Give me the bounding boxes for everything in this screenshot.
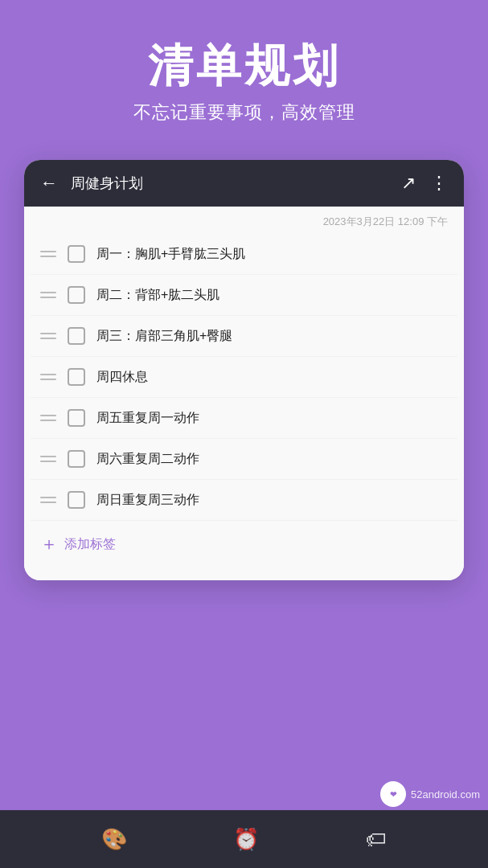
checkbox[interactable] <box>68 245 85 263</box>
item-text: 周五重复周一动作 <box>96 410 448 427</box>
topbar-left: ← 周健身计划 <box>40 173 143 194</box>
sub-title: 不忘记重要事项，高效管理 <box>19 100 469 125</box>
drag-handle[interactable] <box>40 497 56 503</box>
item-text: 周日重复周三动作 <box>96 492 448 509</box>
list-item: 周三：肩部三角肌+臀腿 <box>31 316 457 357</box>
clock-icon[interactable]: ⏰ <box>233 827 259 852</box>
checkbox[interactable] <box>68 286 85 304</box>
palette-icon[interactable]: 🎨 <box>101 827 127 852</box>
drag-handle[interactable] <box>40 374 56 380</box>
list-item: 周六重复周二动作 <box>31 439 457 480</box>
item-text: 周一：胸肌+手臂肱三头肌 <box>96 246 448 263</box>
drag-handle[interactable] <box>40 456 56 462</box>
item-text: 周六重复周二动作 <box>96 451 448 468</box>
item-text: 周三：肩部三角肌+臀腿 <box>96 328 448 345</box>
topbar-right: ↗ ⋮ <box>401 173 448 194</box>
drag-handle[interactable] <box>40 415 56 421</box>
add-tag-row[interactable]: ＋ 添加标签 <box>24 521 464 567</box>
list-item: 周二：背部+肱二头肌 <box>31 275 457 316</box>
list-item: 周四休息 <box>31 357 457 398</box>
watermark-site: 52android.com <box>411 788 480 800</box>
card-topbar: ← 周健身计划 ↗ ⋮ <box>24 160 464 207</box>
main-title: 清单规划 <box>19 39 469 92</box>
drag-handle[interactable] <box>40 251 56 257</box>
timestamp: 2023年3月22日 12:09 下午 <box>24 207 464 234</box>
card-body: 2023年3月22日 12:09 下午 周一：胸肌+手臂肱三头肌 周二：背部+肱… <box>24 207 464 580</box>
share-icon[interactable]: ↗ <box>401 173 416 194</box>
watermark-circle: ❤ <box>380 781 406 807</box>
card-title: 周健身计划 <box>71 174 143 193</box>
add-tag-label: 添加标签 <box>64 536 116 553</box>
bottom-nav: 🎨 ⏰ 🏷 <box>0 810 488 868</box>
drag-handle[interactable] <box>40 333 56 339</box>
checkbox[interactable] <box>68 409 85 427</box>
plus-icon: ＋ <box>40 532 58 556</box>
watermark-circle-text: ❤ <box>390 790 396 799</box>
checkbox[interactable] <box>68 491 85 509</box>
list-item: 周五重复周一动作 <box>31 398 457 439</box>
checkbox[interactable] <box>68 368 85 386</box>
item-text: 周二：背部+肱二头肌 <box>96 287 448 304</box>
list-item: 周日重复周三动作 <box>31 480 457 521</box>
checkbox[interactable] <box>68 450 85 468</box>
item-text: 周四休息 <box>96 369 448 386</box>
todo-list: 周一：胸肌+手臂肱三头肌 周二：背部+肱二头肌 周三：肩部三角肌+臀腿 周四休息 <box>24 234 464 521</box>
header-section: 清单规划 不忘记重要事项，高效管理 <box>0 0 488 144</box>
list-item: 周一：胸肌+手臂肱三头肌 <box>31 234 457 275</box>
more-icon[interactable]: ⋮ <box>430 173 448 194</box>
back-button[interactable]: ← <box>40 173 58 194</box>
drag-handle[interactable] <box>40 292 56 298</box>
phone-card: ← 周健身计划 ↗ ⋮ 2023年3月22日 12:09 下午 周一：胸肌+手臂… <box>24 160 464 580</box>
checkbox[interactable] <box>68 327 85 345</box>
tag-icon[interactable]: 🏷 <box>366 827 387 852</box>
watermark: ❤ 52android.com <box>380 781 480 807</box>
